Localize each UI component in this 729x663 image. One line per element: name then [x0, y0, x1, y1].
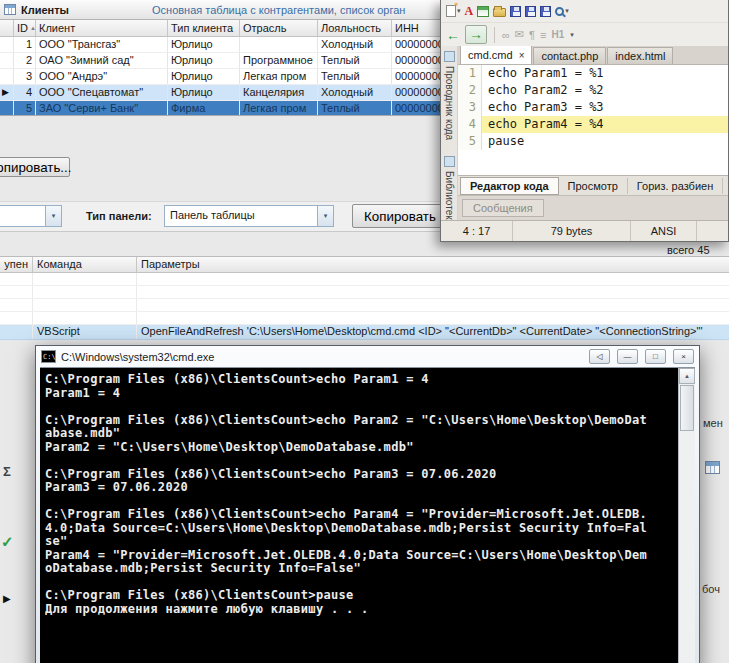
table-row-empty[interactable] — [0, 312, 729, 325]
commands-table: упен Команда Параметры VBScript OpenFile… — [0, 256, 729, 340]
table-icon — [477, 6, 489, 17]
table-row-empty[interactable] — [0, 286, 729, 299]
status-empty-cell — [697, 221, 728, 241]
row-selector — [0, 37, 14, 52]
cell-available — [0, 299, 33, 311]
console-line: 4.0;Data Source=C:\Users\Home\Desktop\De… — [45, 522, 675, 536]
titlebar-extra-button[interactable]: ◁ — [589, 349, 610, 364]
cell-command — [33, 273, 137, 285]
back-arrow-icon[interactable]: ← — [446, 28, 460, 42]
mail-icon[interactable]: ✉ — [515, 28, 524, 41]
code-line-current[interactable]: 4echo Param4 = %4 — [458, 116, 728, 133]
column-header-industry[interactable]: Отрасль — [240, 20, 318, 36]
table-row-selected[interactable]: VBScript OpenFileAndRefresh 'C:\Users\Ho… — [0, 325, 729, 340]
new-file-button[interactable]: ▾ — [446, 2, 461, 20]
chevron-down-icon: ▾ — [570, 31, 574, 39]
cell-loyalty: Теплый — [318, 101, 392, 116]
console-line: Param1 = 4 — [45, 387, 675, 401]
table-row[interactable]: 2 ОАО "Зимний сад" Юрлицо Программное Те… — [0, 53, 469, 69]
cell-available — [0, 273, 33, 285]
cell-params — [137, 299, 729, 311]
forward-button[interactable]: → — [465, 25, 487, 44]
search-icon — [555, 7, 564, 16]
tab-label: cmd.cmd — [468, 49, 513, 61]
maximize-button[interactable]: □ — [645, 349, 666, 364]
tab-code-editor[interactable]: Редактор кода — [460, 177, 559, 195]
cmd-titlebar[interactable]: C:\ C:\Windows\system32\cmd.exe ◁ — □ × — [36, 346, 699, 367]
tab-preview[interactable]: Просмотр — [559, 178, 628, 194]
close-icon[interactable]: × — [519, 50, 525, 61]
column-header-available[interactable]: упен — [0, 257, 33, 272]
table-row-empty[interactable] — [0, 299, 729, 312]
confirm-check-icon[interactable]: ✓ — [1, 533, 14, 551]
panel-type-combobox[interactable]: Панель таблицы ▾ — [164, 205, 334, 227]
scrollbar-thumb[interactable] — [680, 385, 694, 431]
copy-ellipsis-button[interactable]: Копировать... — [0, 157, 70, 177]
cell-command — [33, 312, 137, 324]
sum-icon[interactable]: Σ — [3, 464, 11, 479]
column-header-command[interactable]: Команда — [33, 257, 137, 272]
row-marker-icon: ▶ — [3, 593, 11, 604]
minimize-button[interactable]: — — [617, 349, 638, 364]
save-icon — [510, 6, 521, 17]
cell-client: ОАО "Зимний сад" — [36, 53, 168, 68]
save-all-button[interactable] — [540, 2, 551, 20]
column-header-loyalty[interactable]: Лояльность — [318, 20, 392, 36]
table-row-selected[interactable]: ▶ 4 ООО "Спецавтомат" Юрлицо Канцелярия … — [0, 85, 469, 101]
console-scrollbar[interactable]: ▲ — [678, 368, 695, 663]
column-header-params[interactable]: Параметры — [137, 257, 729, 272]
table-row-empty[interactable] — [0, 273, 729, 286]
close-button[interactable]: × — [673, 349, 694, 364]
font-color-button[interactable]: A — [465, 2, 474, 20]
side-tab-library[interactable]: Библиотека — [444, 156, 455, 225]
tab-messages[interactable]: Сообщения — [462, 199, 544, 217]
chevron-down-icon[interactable]: ▾ — [45, 206, 61, 226]
console-line: Param2 = "C:\Users\Home\Desktop\DemoData… — [45, 441, 675, 455]
cell-available — [0, 325, 33, 339]
tab-index-html[interactable]: index.html — [607, 47, 673, 64]
list-icon[interactable]: ≡ — [540, 29, 546, 41]
cell-client: ООО "Спецавтомат" — [36, 85, 168, 100]
cell-id: 3 — [14, 69, 36, 84]
panel-type-label: Тип панели: — [86, 210, 152, 222]
tab-cmd-cmd[interactable]: cmd.cmd× — [460, 46, 532, 64]
tab-horizontal-split[interactable]: Гориз. разбиен — [628, 178, 723, 194]
insert-table-button[interactable] — [477, 2, 489, 20]
table-row-highlighted[interactable]: 5 ЗАО "Серви+ Банк" Фирма Легкая пром Те… — [0, 101, 469, 116]
code-text: echo Param1 = %1 — [482, 65, 728, 82]
search-button[interactable]: ▾ — [555, 2, 569, 20]
table-row[interactable]: 1 ООО "Трансгаз" Юрлицо Холодный 0000000… — [0, 37, 469, 53]
code-text: pause — [482, 133, 728, 150]
line-number: 4 — [458, 116, 482, 133]
link-icon[interactable]: ∞ — [502, 29, 510, 41]
tab-contact-php[interactable]: contact.php — [533, 47, 606, 64]
pilcrow-icon[interactable]: ¶ — [529, 29, 535, 41]
cell-params — [137, 273, 729, 285]
open-file-button[interactable] — [493, 2, 506, 20]
side-tab-code-explorer[interactable]: Проводник кода — [444, 51, 455, 140]
console-output[interactable]: C:\Program Files (x86)\ClientsCount>echo… — [40, 367, 695, 663]
cell-industry: Программное — [240, 53, 318, 68]
left-partial-combobox[interactable]: ▾ — [0, 205, 62, 227]
code-line[interactable]: 1echo Param1 = %1 — [458, 65, 728, 82]
code-line[interactable]: 5pause — [458, 133, 728, 150]
column-header-client[interactable]: Клиент — [36, 20, 168, 36]
scroll-up-icon[interactable]: ▲ — [679, 368, 695, 384]
new-file-icon — [446, 5, 456, 17]
cell-command — [33, 286, 137, 298]
chevron-down-icon[interactable]: ▾ — [317, 206, 333, 226]
editor-toolbar-main: ▾ A ▾ — [441, 0, 728, 23]
console-line: C:\Program Files (x86)\ClientsCount>echo… — [45, 373, 675, 387]
cell-loyalty: Теплый — [318, 53, 392, 68]
save-as-button[interactable] — [525, 2, 536, 20]
copy-button[interactable]: Копировать — [352, 204, 448, 228]
code-area[interactable]: 1echo Param1 = %1 2echo Param2 = %2 3ech… — [458, 65, 728, 175]
code-line[interactable]: 2echo Param2 = %2 — [458, 82, 728, 99]
table-row[interactable]: 3 ООО "Андрэ" Юрлицо Легкая пром Теплый … — [0, 69, 469, 85]
column-header-id[interactable]: ID▲ — [14, 20, 36, 36]
code-line[interactable]: 3echo Param3 = %3 — [458, 99, 728, 116]
editor-mode-tabs: Редактор кода Просмотр Гориз. разбиен — [458, 175, 728, 195]
heading1-icon[interactable]: H1 — [551, 29, 564, 40]
save-button[interactable] — [510, 2, 521, 20]
column-header-type[interactable]: Тип клиента — [168, 20, 240, 36]
